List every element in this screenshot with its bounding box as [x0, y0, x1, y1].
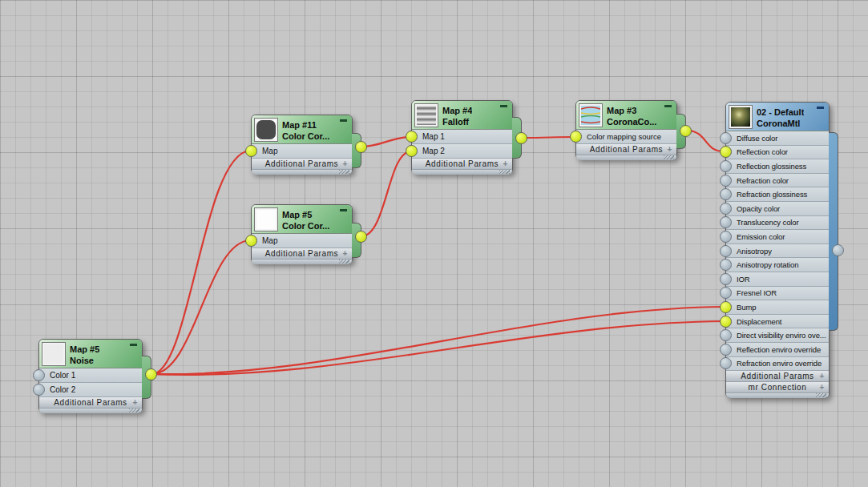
output-socket[interactable]	[145, 368, 157, 380]
additional-params-expander[interactable]: Additional Params +	[39, 397, 142, 409]
node-color-correct-11[interactable]: Map #11 Color Cor... Map Additional Para…	[251, 115, 353, 174]
input-socket-bump[interactable]	[720, 301, 732, 313]
resize-grip[interactable]	[412, 170, 512, 175]
map-thumbnail	[415, 104, 438, 127]
wire-cc11-to-falloff-map1[interactable]	[361, 137, 410, 147]
node-header[interactable]: 02 - Default CoronaMtl	[726, 103, 829, 131]
output-socket[interactable]	[832, 244, 844, 256]
resize-grip-icon	[499, 170, 510, 174]
input-socket-refraction-glossiness[interactable]	[720, 188, 732, 200]
input-socket-ior[interactable]	[720, 273, 732, 285]
output-socket[interactable]	[515, 132, 527, 144]
node-header[interactable]: Map #4 Falloff	[412, 101, 512, 130]
input-row: Anisotropy rotation	[726, 258, 829, 272]
expand-icon: +	[820, 372, 825, 380]
input-socket-color2[interactable]	[33, 384, 45, 396]
node-corona-color-map[interactable]: Map #3 CoronaCo... Color mapping source …	[575, 100, 677, 159]
minimize-icon[interactable]	[500, 105, 507, 107]
input-row: Bump	[726, 300, 829, 315]
input-row: Opacity color	[726, 202, 829, 216]
wire-noise-to-cc5-map[interactable]	[151, 240, 250, 374]
input-socket-diffuse-color[interactable]	[720, 132, 732, 144]
node-subtitle: Color Cor...	[282, 220, 329, 231]
input-socket-opacity-color[interactable]	[720, 203, 732, 215]
wire-noise-to-bump[interactable]	[151, 307, 724, 374]
input-socket-map2[interactable]	[406, 145, 418, 157]
node-noise[interactable]: Map #5 Noise Color 1 Color 2 Additional …	[38, 339, 143, 413]
input-socket-anisotropy-rotation[interactable]	[720, 259, 732, 271]
input-socket-map[interactable]	[245, 235, 257, 247]
wire-cc5-to-falloff-map2[interactable]	[361, 151, 410, 236]
output-socket[interactable]	[355, 231, 367, 243]
input-socket-color-mapping-source[interactable]	[570, 131, 582, 143]
input-socket-direct-visibility-override[interactable]	[720, 329, 732, 341]
additional-params-expander[interactable]: Additional Params +	[726, 371, 829, 382]
node-header[interactable]: Map #3 CoronaCo...	[576, 101, 676, 130]
input-label: Refraction color	[737, 176, 789, 185]
node-title: 02 - Default	[757, 107, 804, 118]
input-socket-displacement[interactable]	[720, 316, 732, 328]
wire-noise-to-cc11-map[interactable]	[151, 151, 250, 374]
minimize-icon[interactable]	[340, 209, 347, 211]
node-header[interactable]: Map #11 Color Cor...	[252, 115, 352, 144]
input-socket-translucency-color[interactable]	[720, 216, 732, 228]
input-label: Displacement	[737, 317, 781, 326]
node-subtitle: Color Cor...	[282, 131, 329, 142]
node-header[interactable]: Map #5 Noise	[39, 340, 142, 368]
node-subtitle: Noise	[70, 355, 99, 366]
node-subtitle: Falloff	[442, 116, 472, 127]
additional-params-expander[interactable]: Additional Params +	[252, 159, 352, 170]
output-tab	[828, 132, 838, 331]
input-socket-reflection-glossiness[interactable]	[720, 160, 732, 172]
mr-connection-expander[interactable]: mr Connection +	[726, 382, 829, 393]
wire-noise-to-displacement[interactable]	[151, 321, 724, 375]
resize-grip[interactable]	[576, 155, 676, 160]
input-socket-map1[interactable]	[406, 131, 418, 143]
footer-label: Additional Params	[54, 398, 127, 407]
input-socket-reflection-enviro-override[interactable]	[720, 344, 732, 356]
input-socket-color1[interactable]	[33, 369, 45, 381]
node-subtitle: CoronaCo...	[607, 116, 656, 127]
input-socket-anisotropy[interactable]	[720, 245, 732, 257]
resize-grip[interactable]	[726, 393, 829, 398]
input-socket-map[interactable]	[245, 145, 257, 157]
resize-grip-icon	[816, 393, 826, 397]
minimize-icon[interactable]	[664, 105, 672, 107]
resize-grip[interactable]	[252, 260, 352, 264]
wire-falloff-to-coronacolor[interactable]	[524, 137, 575, 138]
additional-params-expander[interactable]: Additional Params +	[412, 159, 512, 170]
minimize-icon[interactable]	[817, 107, 824, 109]
input-row: Displacement	[726, 315, 829, 329]
input-row: Reflection glossiness	[726, 159, 829, 174]
input-socket-refraction-color[interactable]	[720, 175, 732, 187]
input-socket-reflection-color[interactable]	[720, 146, 732, 158]
map-thumbnail	[255, 119, 277, 141]
node-title: Map #11	[282, 119, 329, 131]
input-row: Color 1	[39, 368, 142, 383]
input-label: Color mapping source	[587, 132, 661, 141]
node-editor-canvas[interactable]: Map #11 Color Cor... Map Additional Para…	[0, 0, 868, 487]
node-corona-mtl[interactable]: 02 - Default CoronaMtl Diffuse color Ref…	[725, 102, 830, 398]
minimize-icon[interactable]	[340, 119, 347, 122]
resize-grip[interactable]	[252, 170, 352, 175]
output-socket[interactable]	[355, 141, 367, 153]
node-header[interactable]: Map #5 Color Cor...	[252, 205, 352, 234]
resize-grip-icon	[129, 409, 139, 413]
minimize-icon[interactable]	[130, 344, 137, 346]
output-socket[interactable]	[680, 125, 692, 137]
input-socket-refraction-enviro-override[interactable]	[720, 357, 732, 369]
footer-label: mr Connection	[749, 383, 807, 392]
wire-coronacolor-to-reflection[interactable]	[687, 131, 723, 151]
additional-params-expander[interactable]: Additional Params +	[252, 248, 352, 260]
input-row: Refraction color	[726, 174, 829, 188]
input-row: Color mapping source	[576, 130, 676, 144]
input-socket-fresnel-ior[interactable]	[720, 287, 732, 299]
input-label: Reflection glossiness	[737, 162, 806, 171]
additional-params-expander[interactable]: Additional Params +	[576, 144, 676, 155]
resize-grip[interactable]	[39, 409, 142, 413]
input-socket-emission-color[interactable]	[720, 231, 732, 243]
node-color-correct-5[interactable]: Map #5 Color Cor... Map Additional Param…	[251, 204, 353, 264]
node-falloff[interactable]: Map #4 Falloff Map 1 Map 2 Additional Pa…	[411, 100, 513, 174]
input-label: Bump	[737, 303, 756, 312]
node-title: Map #5	[282, 209, 329, 220]
